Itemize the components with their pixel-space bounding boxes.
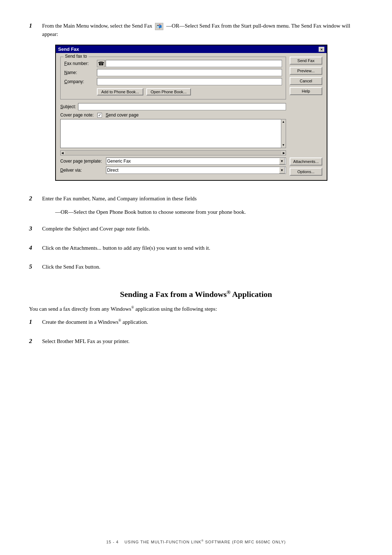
deliver-via-select[interactable]: Direct ▼ (106, 167, 286, 174)
step-1-content: From the Main Menu window, select the Se… (42, 22, 363, 189)
company-row: Company: (64, 78, 282, 85)
dialog-title: Send Fax (58, 46, 79, 52)
step-4-text: Click on the Attachments... button to ad… (42, 244, 363, 252)
dialog-right-panel: Send Fax Preview... Cancel Help Attachme… (290, 57, 322, 176)
fax-phone-icon: ☎ (97, 60, 105, 67)
step-2: 2 Enter the Fax number, Name, and Compan… (29, 195, 363, 219)
step-3: 3 Complete the Subject and Cover page no… (29, 225, 363, 238)
fax-number-field: ☎ (97, 60, 282, 67)
cover-note-scrollbar[interactable]: ▲ ▼ (281, 119, 286, 148)
fax-number-input[interactable] (106, 60, 282, 67)
section-step-1-number: 1 (29, 318, 42, 326)
step-2-number: 2 (29, 195, 42, 202)
step-1: 1 From the Main Menu window, select the … (29, 22, 363, 189)
cover-template-row: Cover page template: Generic Fax ▼ (60, 158, 286, 165)
company-input[interactable] (97, 78, 282, 85)
phone-book-button-row: Add to Phone Book... Open Phone Book... (64, 88, 282, 95)
step-1-text: From the Main Menu window, select the Se… (42, 23, 350, 37)
section-step-2-text: Select Brother MFL Fax as your printer. (42, 337, 363, 346)
horizontal-scrollbar[interactable]: ◀ ▶ (60, 150, 286, 155)
cover-template-value: Generic Fax (107, 159, 131, 164)
section-step-2-content: Select Brother MFL Fax as your printer. (42, 337, 363, 351)
fax-number-label: Fax number: (64, 61, 97, 66)
send-fax-button[interactable]: Send Fax (290, 57, 322, 65)
footer-text: 15 - 4 USING THE MULTI-FUNCTION LINK® SO… (106, 540, 286, 544)
options-button[interactable]: Options... (290, 168, 322, 176)
step-5-number: 5 (29, 263, 42, 270)
scroll-down-arrow[interactable]: ▼ (282, 143, 285, 148)
name-row: Name: (64, 69, 282, 76)
scroll-left-arrow[interactable]: ◀ (61, 151, 64, 155)
step-4-number: 4 (29, 244, 42, 252)
step-3-number: 3 (29, 225, 42, 232)
cancel-button[interactable]: Cancel (290, 77, 322, 85)
cover-template-dropdown-arrow[interactable]: ▼ (279, 158, 285, 164)
add-to-phone-book-button[interactable]: Add to Phone Book... (97, 88, 143, 95)
section-intro: You can send a fax directly from any Win… (29, 305, 363, 313)
name-label: Name: (64, 70, 97, 75)
step-2-or: —OR—Select the Open Phone Book button to… (55, 208, 363, 216)
right-spacer (290, 97, 322, 155)
send-cover-page-checkbox[interactable]: ✓ (97, 113, 102, 118)
preview-button[interactable]: Preview... (290, 67, 322, 75)
step-2-content: Enter the Fax number, Name, and Company … (42, 195, 363, 219)
step-3-content: Complete the Subject and Cover page note… (42, 225, 363, 238)
dialog-title-bar: Send Fax × (56, 45, 327, 53)
h-scroll-track (65, 151, 281, 155)
step-5-content: Click the Send Fax button. (42, 263, 363, 276)
section-step-1-content: Create the document in a Windows® applic… (42, 318, 363, 331)
deliver-via-value: Direct (107, 168, 118, 173)
cover-page-note-label: Cover page note: (60, 113, 94, 118)
section-step-1-text: Create the document in a Windows® applic… (42, 318, 363, 326)
fax-number-row: Fax number: ☎ (64, 60, 282, 67)
company-label: Company: (64, 79, 97, 84)
cover-page-note-row: Cover page note: ✓ Send cover page (60, 113, 286, 118)
deliver-via-label: Deliver via: (60, 168, 104, 173)
subject-label: Subject: (60, 104, 76, 109)
fax-icon-inline: 📬 (155, 23, 163, 30)
step-5: 5 Click the Send Fax button. (29, 263, 363, 276)
dialog-body: Send fax to Fax number: ☎ Name: (56, 53, 327, 180)
cover-template-select[interactable]: Generic Fax ▼ (106, 158, 286, 165)
cover-note-area: ▲ ▼ (60, 119, 286, 148)
section-heading: Sending a Fax from a Windows® Applicatio… (29, 289, 363, 299)
section-step-2: 2 Select Brother MFL Fax as your printer… (29, 337, 363, 351)
step-1-number: 1 (29, 22, 42, 29)
step-3-text: Complete the Subject and Cover page note… (42, 225, 363, 233)
section-step-1: 1 Create the document in a Windows® appl… (29, 318, 363, 331)
send-fax-to-group: Send fax to Fax number: ☎ Name: (60, 57, 286, 99)
subject-input[interactable] (78, 103, 286, 110)
deliver-via-dropdown-arrow[interactable]: ▼ (279, 167, 285, 174)
send-fax-dialog: Send Fax × Send fax to Fax number: ☎ (55, 45, 327, 181)
dialog-close-button[interactable]: × (319, 47, 324, 52)
send-cover-page-label: Send cover page (106, 113, 139, 118)
step-2-text: Enter the Fax number, Name, and Company … (42, 195, 363, 203)
scroll-up-arrow[interactable]: ▲ (282, 119, 285, 125)
scroll-right-arrow[interactable]: ▶ (282, 151, 286, 155)
cover-template-label: Cover page template: (60, 159, 104, 164)
step-4: 4 Click on the Attachments... button to … (29, 244, 363, 257)
deliver-via-row: Deliver via: Direct ▼ (60, 167, 286, 174)
open-phone-book-button[interactable]: Open Phone Book... (146, 88, 191, 95)
name-input[interactable] (97, 69, 282, 76)
section-step-2-number: 2 (29, 337, 42, 345)
cover-note-textbox[interactable] (60, 119, 281, 148)
step-4-content: Click on the Attachments... button to ad… (42, 244, 363, 257)
help-button[interactable]: Help (290, 87, 322, 95)
group-legend: Send fax to (64, 54, 89, 59)
subject-row: Subject: (60, 103, 286, 110)
dialog-left-panel: Send fax to Fax number: ☎ Name: (60, 57, 286, 176)
attachments-button[interactable]: Attachments... (290, 158, 322, 166)
page-footer: 15 - 4 USING THE MULTI-FUNCTION LINK® SO… (0, 539, 392, 544)
step-5-text: Click the Send Fax button. (42, 263, 363, 271)
